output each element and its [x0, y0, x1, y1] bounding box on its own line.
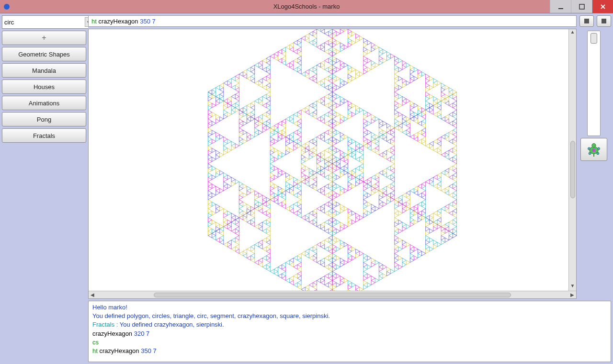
svg-marker-389	[437, 146, 441, 150]
svg-marker-161	[379, 47, 383, 51]
svg-marker-65	[371, 132, 375, 136]
svg-marker-1176	[216, 150, 220, 155]
svg-marker-538	[371, 204, 375, 208]
svg-marker-1260	[274, 124, 278, 128]
svg-marker-610	[449, 231, 453, 236]
scroll-left-icon[interactable]: ◀	[89, 292, 96, 297]
maximize-button[interactable]	[571, 0, 592, 13]
svg-marker-767	[321, 209, 325, 213]
svg-marker-469	[433, 220, 437, 224]
svg-marker-682	[371, 258, 375, 262]
svg-marker-1001	[301, 150, 305, 155]
sidebar-item-fractals[interactable]: Fractals	[2, 128, 86, 143]
close-button[interactable]	[592, 0, 613, 13]
svg-marker-1381	[329, 88, 332, 92]
svg-marker-343	[418, 121, 421, 125]
svg-marker-966	[224, 242, 227, 247]
svg-marker-253	[340, 166, 344, 171]
svg-marker-946	[243, 249, 247, 253]
svg-marker-1198	[227, 103, 231, 108]
svg-marker-356	[430, 105, 433, 110]
svg-marker-121	[332, 34, 336, 38]
sidebar-item-mandala[interactable]: Mandala	[2, 63, 86, 78]
scroll-thumb-vertical[interactable]	[570, 141, 575, 198]
svg-marker-927	[262, 247, 266, 251]
sidebar-item-animations[interactable]: Animations	[2, 96, 86, 110]
svg-marker-1318	[266, 105, 270, 110]
svg-marker-617	[430, 238, 433, 242]
svg-marker-735	[325, 166, 329, 171]
svg-marker-919	[243, 213, 247, 217]
sidebar-item-geometric-shapes[interactable]: Geometric Shapes	[2, 47, 86, 61]
svg-marker-438	[430, 182, 433, 186]
svg-marker-1066	[251, 206, 255, 211]
procedure-input[interactable]	[4, 17, 85, 27]
stop-button[interactable]	[579, 15, 594, 27]
scroll-up-icon[interactable]: ▲	[570, 29, 575, 37]
svg-marker-523	[363, 191, 367, 195]
scroll-thumb-horizontal[interactable]	[154, 293, 511, 297]
svg-marker-609	[441, 231, 445, 236]
svg-marker-1249	[290, 137, 294, 141]
svg-marker-757	[305, 177, 309, 182]
scroll-right-icon[interactable]: ▶	[568, 292, 576, 297]
svg-marker-781	[313, 217, 317, 222]
svg-marker-26	[348, 137, 352, 141]
svg-marker-1432	[297, 43, 301, 47]
svg-marker-465	[430, 217, 433, 222]
speed-slider[interactable]	[587, 31, 601, 136]
svg-marker-501	[348, 177, 352, 182]
svg-marker-613	[441, 236, 445, 240]
svg-marker-371	[453, 101, 456, 105]
drawing-canvas[interactable]: ▲ ▼ ◀ ▶	[88, 29, 577, 299]
svg-marker-376	[449, 112, 453, 116]
svg-marker-159	[383, 58, 386, 63]
add-file-button[interactable]: +	[2, 31, 86, 45]
svg-marker-228	[437, 99, 441, 103]
svg-marker-1387	[329, 79, 332, 83]
svg-marker-539	[375, 206, 379, 211]
svg-marker-1155	[239, 128, 243, 132]
horizontal-scrollbar[interactable]: ◀ ▶	[89, 291, 576, 298]
svg-marker-1315	[251, 105, 255, 110]
svg-marker-445	[441, 171, 445, 175]
svg-marker-258	[352, 155, 356, 159]
svg-marker-395	[453, 128, 456, 132]
svg-marker-168	[398, 121, 402, 125]
slider-thumb[interactable]	[590, 33, 597, 44]
svg-marker-896	[266, 204, 270, 208]
svg-marker-68	[363, 119, 367, 123]
history-console[interactable]: Hello marko! You defined polygon, circle…	[88, 301, 611, 362]
svg-marker-513	[340, 191, 344, 195]
svg-marker-18	[336, 130, 340, 135]
vertical-scrollbar[interactable]: ▲ ▼	[568, 29, 576, 291]
svg-marker-33	[336, 121, 340, 125]
svg-marker-22	[348, 150, 352, 155]
svg-marker-1057	[266, 197, 270, 202]
svg-marker-545	[336, 202, 340, 206]
command-input[interactable]: ht crazyHexagon 350 7	[88, 15, 577, 27]
svg-marker-768	[317, 206, 321, 211]
sidebar-item-pong[interactable]: Pong	[2, 112, 86, 126]
svg-marker-1450	[313, 34, 317, 38]
svg-marker-1325	[262, 94, 266, 99]
minimize-button[interactable]	[550, 0, 571, 13]
svg-marker-89	[332, 74, 336, 79]
record-button[interactable]	[597, 15, 611, 27]
procedure-combobox[interactable]: ▼	[2, 15, 95, 29]
svg-marker-1328	[231, 103, 235, 108]
sidebar-item-houses[interactable]: Houses	[2, 80, 86, 94]
svg-marker-350	[422, 128, 426, 132]
svg-marker-993	[301, 164, 305, 168]
turtle-chooser-button[interactable]	[580, 138, 607, 161]
svg-marker-1217	[208, 97, 212, 101]
svg-marker-1344	[220, 83, 224, 87]
svg-marker-980	[317, 168, 321, 172]
svg-marker-129	[344, 29, 348, 32]
scroll-down-icon[interactable]: ▼	[570, 283, 575, 291]
svg-marker-1456	[321, 29, 325, 34]
svg-marker-1336	[220, 97, 224, 101]
svg-marker-60	[367, 139, 371, 143]
svg-marker-743	[329, 186, 332, 191]
svg-marker-1048	[282, 135, 286, 139]
